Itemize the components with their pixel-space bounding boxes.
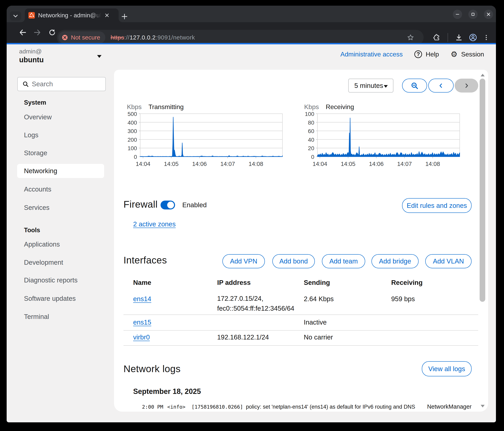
cell-ip-ens14: 172.27.0.15/24, fec0::5054:ff:fe12:3456/… <box>217 295 294 312</box>
sidebar-item-development[interactable]: Development <box>17 256 104 269</box>
sidebar-item-storage[interactable]: Storage <box>17 146 104 160</box>
host-switcher-caret-icon[interactable] <box>97 55 101 58</box>
window-minimize-button[interactable] <box>453 10 462 19</box>
window-controls <box>453 10 493 19</box>
session-menu[interactable]: ⚙ Session <box>451 50 484 58</box>
log-service: NetworkManager <box>427 403 472 410</box>
chart-receiving-header: KbpsReceiving <box>304 103 354 111</box>
url-text: https://127.0.0.2:9091/network <box>111 34 195 41</box>
cell-sending-ens15: Inactive <box>304 319 327 326</box>
url-scheme: https <box>111 34 124 41</box>
window-maximize-button[interactable] <box>468 10 478 19</box>
log-entry[interactable]: 2:00 PM <info> [1758196810.0266] policy:… <box>142 403 472 410</box>
add-vlan-button[interactable]: Add VLAN <box>425 254 472 268</box>
scrollbar-thumb[interactable] <box>480 79 485 302</box>
nav-section-system: System <box>24 99 46 106</box>
cockpit-page: admin@ ubuntu Administrative access ? He… <box>7 44 496 422</box>
extensions-button[interactable] <box>430 34 443 41</box>
sidebar-search[interactable]: Search <box>17 77 106 91</box>
profile-button[interactable] <box>465 33 481 42</box>
svg-text:14:04: 14:04 <box>313 161 327 167</box>
add-team-label: Add team <box>329 257 358 265</box>
svg-text:14:08: 14:08 <box>249 161 263 167</box>
add-vlan-label: Add VLAN <box>433 257 464 265</box>
svg-text:14:06: 14:06 <box>369 161 384 167</box>
network-logs-title: Network logs <box>124 363 180 374</box>
tab-close-button[interactable] <box>103 11 111 20</box>
browser-tab-networking[interactable]: Networking - admin@ubu <box>25 9 119 22</box>
scroll-right-button[interactable] <box>455 79 478 92</box>
log-time: 2:00 PM <box>142 404 163 410</box>
main-content-card: 5 minutes KbpsTransmitting 0100200300 <box>114 70 488 412</box>
col-name: Name <box>133 279 151 286</box>
bookmark-star-button[interactable] <box>404 31 417 44</box>
help-icon: ? <box>414 50 422 58</box>
sidebar-item-networking[interactable]: Networking <box>17 164 104 178</box>
zoom-out-icon <box>411 82 419 90</box>
back-button[interactable] <box>16 25 30 40</box>
host-switcher-user: admin@ <box>19 48 42 55</box>
sidebar-item-label: Logs <box>24 131 38 139</box>
add-bridge-button[interactable]: Add bridge <box>371 254 419 268</box>
view-all-logs-button[interactable]: View all logs <box>422 361 472 376</box>
cell-receiving-ens14: 959 bps <box>391 295 415 303</box>
ip-line-1: 172.27.0.15/24, <box>217 295 294 303</box>
scrollbar-down-arrow[interactable] <box>481 405 485 407</box>
sidebar-item-terminal[interactable]: Terminal <box>17 310 104 324</box>
interface-link-ens15[interactable]: ens15 <box>133 319 151 326</box>
svg-text:200: 200 <box>127 137 137 143</box>
interval-select[interactable]: 5 minutes <box>348 79 393 92</box>
cell-ip-virbr0: 192.168.122.1/24 <box>217 333 269 341</box>
zoom-out-button[interactable] <box>402 79 427 92</box>
interface-link-virbr0[interactable]: virbr0 <box>133 333 150 341</box>
window-close-button[interactable] <box>484 10 493 19</box>
add-bond-button[interactable]: Add bond <box>272 254 315 268</box>
svg-text:14:05: 14:05 <box>341 161 356 167</box>
new-tab-button[interactable] <box>119 11 130 22</box>
svg-text:14:07: 14:07 <box>220 161 235 167</box>
cell-sending-virbr0: No carrier <box>304 333 333 341</box>
forward-button[interactable] <box>30 25 45 40</box>
chevron-down-icon <box>12 13 18 19</box>
ip-line-2: fec0::5054:ff:fe12:3456/64 <box>217 305 294 312</box>
sidebar-item-software-updates[interactable]: Software updates <box>17 292 104 306</box>
administrative-access-link[interactable]: Administrative access <box>341 51 403 58</box>
help-menu[interactable]: ? Help <box>414 50 439 58</box>
close-icon <box>104 12 110 18</box>
edit-rules-button[interactable]: Edit rules and zones <box>402 198 472 213</box>
transmitting-unit-label: Kbps <box>127 103 142 110</box>
add-team-button[interactable]: Add team <box>322 254 365 268</box>
not-secure-chip[interactable]: Not secure <box>58 31 105 44</box>
scroll-left-button[interactable] <box>428 79 454 92</box>
browser-menu-button[interactable] <box>481 34 492 41</box>
search-icon <box>22 81 29 88</box>
sidebar-item-logs[interactable]: Logs <box>17 128 104 142</box>
row-separator <box>124 345 478 346</box>
sidebar-item-label: Services <box>24 204 50 211</box>
firewall-toggle[interactable] <box>161 201 175 210</box>
svg-text:0: 0 <box>311 154 314 160</box>
scrollbar-up-arrow[interactable] <box>481 74 485 76</box>
sidebar-item-overview[interactable]: Overview <box>17 110 104 124</box>
downloads-button[interactable] <box>452 34 465 42</box>
sidebar-item-services[interactable]: Services <box>17 201 104 215</box>
firewall-state-label: Enabled <box>182 201 207 209</box>
log-date: September 18, 2025 <box>133 387 201 396</box>
sidebar-item-accounts[interactable]: Accounts <box>17 182 104 196</box>
sidebar-item-diagnostic-reports[interactable]: Diagnostic reports <box>17 273 104 287</box>
search-placeholder: Search <box>32 80 53 88</box>
close-icon <box>486 12 491 17</box>
tab-curve-left <box>21 18 25 22</box>
add-vpn-button[interactable]: Add VPN <box>222 254 265 268</box>
interface-link-ens14[interactable]: ens14 <box>133 295 151 303</box>
svg-text:300: 300 <box>127 128 137 134</box>
transmitting-chart: 010020030040050014:0414:0514:0614:0714:0… <box>140 114 282 157</box>
arrow-right-icon <box>33 28 42 37</box>
svg-text:80: 80 <box>308 119 314 126</box>
active-zones-link[interactable]: 2 active zones <box>133 220 176 228</box>
tab-search-button[interactable] <box>10 11 21 20</box>
svg-text:14:04: 14:04 <box>136 161 151 167</box>
sidebar-item-applications[interactable]: Applications <box>17 237 104 251</box>
help-label: Help <box>426 51 439 58</box>
sidebar-item-label: Development <box>24 259 63 266</box>
